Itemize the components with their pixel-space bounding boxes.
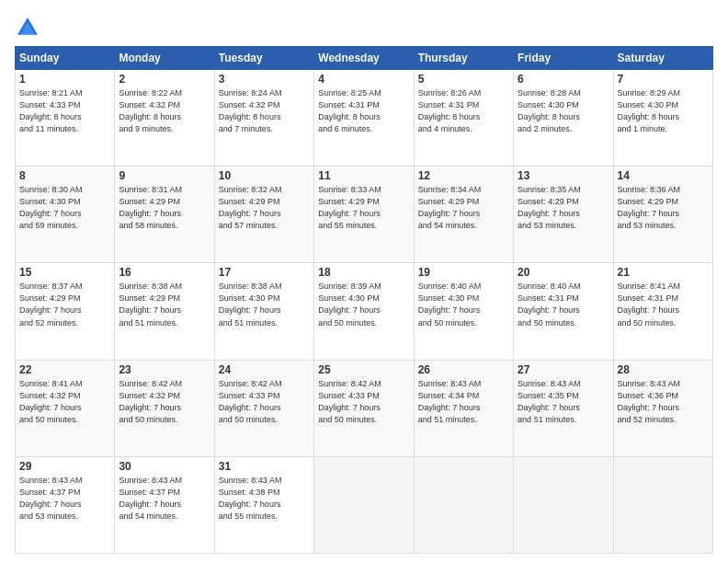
day-number: 25 bbox=[318, 363, 409, 376]
day-info: Sunrise: 8:22 AM Sunset: 4:32 PM Dayligh… bbox=[119, 87, 210, 135]
calendar-body: 1Sunrise: 8:21 AM Sunset: 4:33 PM Daylig… bbox=[16, 70, 713, 554]
day-number: 15 bbox=[19, 266, 110, 279]
calendar-cell: 23Sunrise: 8:42 AM Sunset: 4:32 PM Dayli… bbox=[115, 360, 214, 456]
day-info: Sunrise: 8:29 AM Sunset: 4:30 PM Dayligh… bbox=[618, 87, 709, 135]
day-info: Sunrise: 8:41 AM Sunset: 4:31 PM Dayligh… bbox=[618, 281, 709, 328]
calendar-cell: 18Sunrise: 8:39 AM Sunset: 4:30 PM Dayli… bbox=[314, 263, 414, 360]
day-number: 14 bbox=[618, 169, 709, 182]
day-info: Sunrise: 8:38 AM Sunset: 4:30 PM Dayligh… bbox=[219, 281, 310, 328]
day-info: Sunrise: 8:43 AM Sunset: 4:37 PM Dayligh… bbox=[119, 475, 210, 523]
day-number: 20 bbox=[518, 266, 609, 279]
day-number: 30 bbox=[119, 460, 210, 473]
dow-header-wednesday: Wednesday bbox=[314, 47, 414, 70]
day-info: Sunrise: 8:42 AM Sunset: 4:33 PM Dayligh… bbox=[219, 378, 310, 426]
day-of-week-row: SundayMondayTuesdayWednesdayThursdayFrid… bbox=[16, 47, 713, 70]
calendar-cell: 1Sunrise: 8:21 AM Sunset: 4:33 PM Daylig… bbox=[16, 70, 115, 167]
day-number: 1 bbox=[19, 73, 110, 86]
calendar-cell: 30Sunrise: 8:43 AM Sunset: 4:37 PM Dayli… bbox=[115, 456, 214, 553]
day-number: 13 bbox=[518, 169, 609, 182]
day-info: Sunrise: 8:21 AM Sunset: 4:33 PM Dayligh… bbox=[19, 87, 110, 135]
day-number: 3 bbox=[219, 73, 310, 86]
dow-header-monday: Monday bbox=[115, 47, 214, 70]
day-number: 10 bbox=[219, 169, 310, 182]
day-info: Sunrise: 8:43 AM Sunset: 4:34 PM Dayligh… bbox=[418, 378, 509, 426]
day-info: Sunrise: 8:37 AM Sunset: 4:29 PM Dayligh… bbox=[19, 281, 110, 328]
day-number: 28 bbox=[618, 363, 709, 376]
day-info: Sunrise: 8:31 AM Sunset: 4:29 PM Dayligh… bbox=[119, 184, 210, 232]
calendar-cell: 8Sunrise: 8:30 AM Sunset: 4:30 PM Daylig… bbox=[16, 167, 115, 263]
dow-header-friday: Friday bbox=[514, 47, 613, 70]
calendar-cell: 2Sunrise: 8:22 AM Sunset: 4:32 PM Daylig… bbox=[115, 70, 214, 167]
dow-header-thursday: Thursday bbox=[414, 47, 513, 70]
day-info: Sunrise: 8:30 AM Sunset: 4:30 PM Dayligh… bbox=[19, 184, 110, 232]
day-info: Sunrise: 8:36 AM Sunset: 4:29 PM Dayligh… bbox=[618, 184, 709, 232]
calendar-cell: 15Sunrise: 8:37 AM Sunset: 4:29 PM Dayli… bbox=[16, 263, 115, 360]
calendar-cell bbox=[414, 456, 513, 553]
calendar-cell: 29Sunrise: 8:43 AM Sunset: 4:37 PM Dayli… bbox=[16, 456, 115, 553]
day-number: 29 bbox=[19, 460, 110, 473]
day-info: Sunrise: 8:25 AM Sunset: 4:31 PM Dayligh… bbox=[318, 87, 409, 135]
day-number: 7 bbox=[618, 73, 709, 86]
week-row-3: 15Sunrise: 8:37 AM Sunset: 4:29 PM Dayli… bbox=[16, 263, 713, 360]
calendar-cell: 16Sunrise: 8:38 AM Sunset: 4:29 PM Dayli… bbox=[115, 263, 214, 360]
calendar-cell: 22Sunrise: 8:41 AM Sunset: 4:32 PM Dayli… bbox=[16, 360, 115, 456]
day-info: Sunrise: 8:32 AM Sunset: 4:29 PM Dayligh… bbox=[219, 184, 310, 232]
day-info: Sunrise: 8:43 AM Sunset: 4:37 PM Dayligh… bbox=[19, 475, 110, 523]
day-number: 16 bbox=[119, 266, 210, 279]
calendar-cell: 3Sunrise: 8:24 AM Sunset: 4:32 PM Daylig… bbox=[214, 70, 313, 167]
day-info: Sunrise: 8:33 AM Sunset: 4:29 PM Dayligh… bbox=[318, 184, 409, 232]
logo bbox=[15, 15, 44, 40]
calendar-cell: 14Sunrise: 8:36 AM Sunset: 4:29 PM Dayli… bbox=[613, 167, 712, 263]
day-number: 4 bbox=[318, 73, 409, 86]
week-row-2: 8Sunrise: 8:30 AM Sunset: 4:30 PM Daylig… bbox=[16, 167, 713, 263]
day-info: Sunrise: 8:34 AM Sunset: 4:29 PM Dayligh… bbox=[418, 184, 509, 232]
day-number: 2 bbox=[119, 73, 210, 86]
day-info: Sunrise: 8:26 AM Sunset: 4:31 PM Dayligh… bbox=[418, 87, 509, 135]
day-number: 5 bbox=[418, 73, 509, 86]
day-info: Sunrise: 8:42 AM Sunset: 4:33 PM Dayligh… bbox=[318, 378, 409, 426]
day-number: 23 bbox=[119, 363, 210, 376]
calendar-cell: 13Sunrise: 8:35 AM Sunset: 4:29 PM Dayli… bbox=[514, 167, 613, 263]
day-number: 6 bbox=[518, 73, 609, 86]
day-number: 12 bbox=[418, 169, 509, 182]
day-info: Sunrise: 8:39 AM Sunset: 4:30 PM Dayligh… bbox=[318, 281, 409, 328]
day-info: Sunrise: 8:42 AM Sunset: 4:32 PM Dayligh… bbox=[119, 378, 210, 426]
day-number: 26 bbox=[418, 363, 509, 376]
calendar-table: SundayMondayTuesdayWednesdayThursdayFrid… bbox=[15, 46, 713, 554]
page: SundayMondayTuesdayWednesdayThursdayFrid… bbox=[0, 0, 728, 563]
calendar-cell bbox=[514, 456, 613, 553]
calendar-cell bbox=[613, 456, 712, 553]
dow-header-sunday: Sunday bbox=[16, 47, 115, 70]
calendar-cell: 28Sunrise: 8:43 AM Sunset: 4:36 PM Dayli… bbox=[613, 360, 712, 456]
week-row-4: 22Sunrise: 8:41 AM Sunset: 4:32 PM Dayli… bbox=[16, 360, 713, 456]
day-number: 11 bbox=[318, 169, 409, 182]
day-number: 22 bbox=[19, 363, 110, 376]
day-number: 18 bbox=[318, 266, 409, 279]
calendar-cell: 5Sunrise: 8:26 AM Sunset: 4:31 PM Daylig… bbox=[414, 70, 513, 167]
day-info: Sunrise: 8:43 AM Sunset: 4:35 PM Dayligh… bbox=[518, 378, 609, 426]
calendar-cell bbox=[314, 456, 414, 553]
day-info: Sunrise: 8:41 AM Sunset: 4:32 PM Dayligh… bbox=[19, 378, 110, 426]
calendar-cell: 4Sunrise: 8:25 AM Sunset: 4:31 PM Daylig… bbox=[314, 70, 414, 167]
calendar-cell: 31Sunrise: 8:43 AM Sunset: 4:38 PM Dayli… bbox=[214, 456, 313, 553]
day-number: 24 bbox=[219, 363, 310, 376]
day-info: Sunrise: 8:40 AM Sunset: 4:31 PM Dayligh… bbox=[518, 281, 609, 328]
calendar-cell: 12Sunrise: 8:34 AM Sunset: 4:29 PM Dayli… bbox=[414, 167, 513, 263]
day-info: Sunrise: 8:38 AM Sunset: 4:29 PM Dayligh… bbox=[119, 281, 210, 328]
day-info: Sunrise: 8:28 AM Sunset: 4:30 PM Dayligh… bbox=[518, 87, 609, 135]
dow-header-saturday: Saturday bbox=[613, 47, 712, 70]
calendar-cell: 6Sunrise: 8:28 AM Sunset: 4:30 PM Daylig… bbox=[514, 70, 613, 167]
calendar-cell: 24Sunrise: 8:42 AM Sunset: 4:33 PM Dayli… bbox=[214, 360, 313, 456]
day-number: 9 bbox=[119, 169, 210, 182]
day-number: 31 bbox=[219, 460, 310, 473]
calendar-cell: 9Sunrise: 8:31 AM Sunset: 4:29 PM Daylig… bbox=[115, 167, 214, 263]
day-info: Sunrise: 8:43 AM Sunset: 4:38 PM Dayligh… bbox=[219, 475, 310, 523]
day-number: 27 bbox=[518, 363, 609, 376]
week-row-1: 1Sunrise: 8:21 AM Sunset: 4:33 PM Daylig… bbox=[16, 70, 713, 167]
week-row-5: 29Sunrise: 8:43 AM Sunset: 4:37 PM Dayli… bbox=[16, 456, 713, 553]
calendar-cell: 17Sunrise: 8:38 AM Sunset: 4:30 PM Dayli… bbox=[214, 263, 313, 360]
calendar-cell: 10Sunrise: 8:32 AM Sunset: 4:29 PM Dayli… bbox=[214, 167, 313, 263]
day-number: 17 bbox=[219, 266, 310, 279]
calendar-cell: 19Sunrise: 8:40 AM Sunset: 4:30 PM Dayli… bbox=[414, 263, 513, 360]
calendar-cell: 11Sunrise: 8:33 AM Sunset: 4:29 PM Dayli… bbox=[314, 167, 414, 263]
